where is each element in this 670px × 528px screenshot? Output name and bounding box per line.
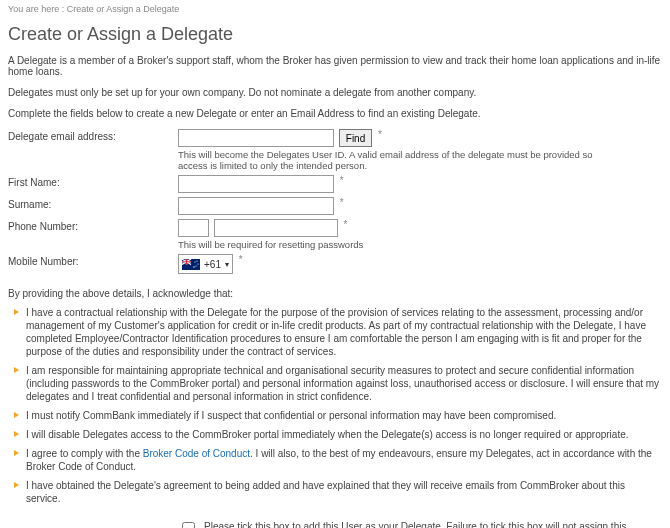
ack-item-6: I have obtained the Delegate's agreement…: [14, 476, 662, 508]
svg-point-2: [196, 260, 197, 261]
phone-hint: This will be required for resetting pass…: [178, 239, 618, 250]
acknowledgement-block: By providing the above details, I acknow…: [8, 288, 662, 508]
confirm-checkbox[interactable]: [182, 522, 195, 528]
svg-point-4: [195, 265, 196, 266]
svg-point-3: [197, 263, 198, 264]
email-hint: This will become the Delegates User ID. …: [178, 149, 618, 171]
ack-item-3: I must notify CommBank immediately if I …: [14, 406, 662, 425]
row-mobile: Mobile Number: +61 ▾: [8, 254, 662, 274]
breadcrumb: You are here : Create or Assign a Delega…: [8, 4, 662, 14]
chevron-down-icon: ▾: [225, 260, 229, 269]
first-name-label: First Name:: [8, 175, 178, 188]
intro-block: A Delegate is a member of a Broker's sup…: [8, 55, 662, 119]
row-first-name: First Name: *: [8, 175, 662, 193]
surname-field[interactable]: [178, 197, 334, 215]
phone-number-field[interactable]: [214, 219, 338, 237]
row-surname: Surname: *: [8, 197, 662, 215]
mobile-label: Mobile Number:: [8, 254, 178, 267]
ack-item-4: I will disable Delegates access to the C…: [14, 425, 662, 444]
country-code-select[interactable]: +61 ▾: [178, 254, 233, 274]
phone-area-field[interactable]: [178, 219, 209, 237]
ack-item-2: I am responsible for maintaining appropr…: [14, 361, 662, 406]
required-mark: *: [344, 219, 348, 230]
code-of-conduct-link[interactable]: Broker Code of Conduct: [143, 448, 250, 459]
phone-label: Phone Number:: [8, 219, 178, 232]
required-mark: *: [340, 197, 344, 208]
dial-code: +61: [204, 259, 221, 270]
email-field[interactable]: [178, 129, 334, 147]
required-mark: *: [378, 129, 382, 140]
first-name-field[interactable]: [178, 175, 334, 193]
email-label: Delegate email address:: [8, 129, 178, 142]
ack-item-1: I have a contractual relationship with t…: [14, 303, 662, 361]
intro-paragraph-3: Complete the fields below to create a ne…: [8, 108, 662, 119]
svg-point-5: [193, 266, 194, 267]
page-title: Create or Assign a Delegate: [8, 24, 662, 45]
ack-intro: By providing the above details, I acknow…: [8, 288, 662, 299]
intro-paragraph-1: A Delegate is a member of a Broker's sup…: [8, 55, 662, 77]
confirm-label: Please tick this box to add this User as…: [204, 520, 634, 528]
required-mark: *: [239, 254, 243, 265]
ack-item-5: I agree to comply with the Broker Code o…: [14, 444, 662, 476]
find-button[interactable]: Find: [339, 129, 372, 147]
confirm-row: Please tick this box to add this User as…: [178, 520, 662, 528]
svg-point-1: [194, 261, 195, 262]
required-mark: *: [340, 175, 344, 186]
row-phone: Phone Number: * This will be required fo…: [8, 219, 662, 250]
intro-paragraph-2: Delegates must only be set up for your o…: [8, 87, 662, 98]
surname-label: Surname:: [8, 197, 178, 210]
flag-au-icon: [182, 259, 200, 270]
row-email: Delegate email address: Find * This will…: [8, 129, 662, 171]
